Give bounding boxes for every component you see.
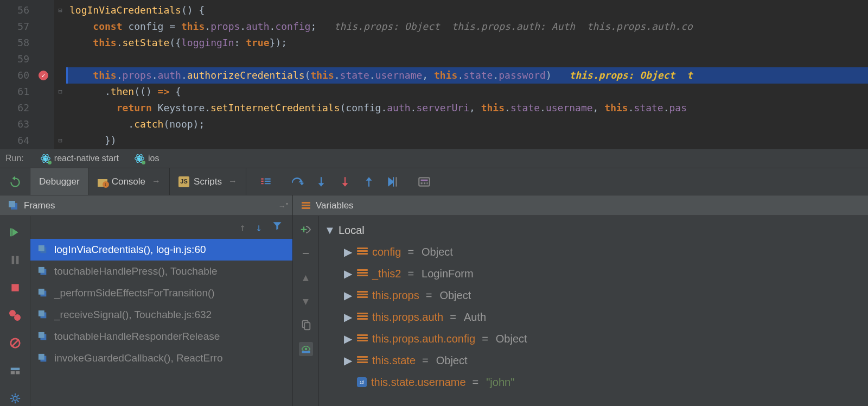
scope-label: Local — [339, 223, 365, 238]
frame-next-button[interactable]: ↓ — [256, 220, 262, 235]
layout-settings-button[interactable] — [8, 364, 23, 378]
step-over-button[interactable] — [285, 171, 309, 193]
svg-rect-20 — [10, 368, 20, 371]
resume-button[interactable] — [8, 225, 23, 239]
variable-row[interactable]: ▶this.props.auth = Auth — [343, 306, 868, 328]
fold-gutter[interactable]: ⊟⊟⊟ — [54, 0, 66, 149]
svg-rect-22 — [15, 371, 19, 375]
run-config-bar: Run: react-native start ios — [0, 149, 868, 168]
console-tab[interactable]: ↓ Console → — [89, 168, 170, 195]
tab-label: Debugger — [39, 175, 80, 188]
frames-title: Frames — [24, 199, 55, 212]
variables-title: Variables — [316, 199, 354, 212]
show-watches-button[interactable] — [299, 342, 313, 356]
frame-row[interactable]: logInViaCredentials(), log-in.js:60 — [30, 239, 292, 261]
variables-panel[interactable]: ▼ Local ▶config = Object▶_this2 = LoginF… — [319, 216, 868, 406]
frames-toolbar: ↑ ↓ — [30, 216, 292, 239]
run-to-cursor-button[interactable] — [381, 171, 405, 193]
watch-down-button[interactable]: ▼ — [299, 294, 313, 308]
breakpoint-gutter[interactable]: ✓ — [33, 0, 54, 149]
remove-watch-button[interactable]: − — [299, 246, 313, 261]
variable-row[interactable]: this.state.username = "john" — [343, 371, 868, 393]
variable-row[interactable]: ▶this.props.auth.config = Object — [343, 328, 868, 350]
react-icon — [134, 153, 145, 164]
svg-rect-7 — [419, 177, 430, 186]
react-icon — [40, 153, 51, 164]
svg-line-19 — [11, 340, 18, 347]
svg-point-16 — [9, 310, 16, 316]
variable-row[interactable]: ▶this.props = Object — [343, 284, 868, 306]
run-tab-react-native-start[interactable]: react-native start — [33, 149, 126, 168]
svg-rect-6 — [395, 177, 397, 186]
pause-button[interactable] — [8, 252, 23, 267]
debug-panels-header: Frames →▪ Variables — [0, 195, 868, 216]
js-icon: JS — [178, 176, 189, 187]
svg-point-17 — [14, 314, 21, 321]
step-into-button[interactable] — [309, 171, 333, 193]
run-tab-label: ios — [148, 153, 159, 164]
step-out-button[interactable] — [357, 171, 381, 193]
settings-button[interactable] — [8, 391, 23, 406]
mute-breakpoints-button[interactable] — [8, 336, 23, 351]
copy-watch-button[interactable] — [299, 318, 313, 332]
svg-text:+: + — [301, 223, 307, 236]
svg-rect-14 — [16, 256, 18, 264]
frame-row[interactable]: touchableHandleResponderRelease — [30, 326, 292, 347]
svg-line-28 — [11, 395, 13, 397]
line-number-gutter: 565758596061626364 — [0, 0, 33, 149]
frame-row[interactable]: _performSideEffectsForTransition() — [30, 282, 292, 304]
svg-point-23 — [13, 397, 17, 401]
svg-line-31 — [17, 395, 18, 397]
show-execution-point-button[interactable] — [254, 171, 278, 193]
svg-rect-21 — [10, 371, 14, 375]
frame-filter-button[interactable] — [272, 220, 283, 234]
scripts-tab[interactable]: JS Scripts → — [170, 168, 246, 195]
console-icon: ↓ — [98, 177, 107, 187]
debugger-tab[interactable]: Debugger — [30, 168, 89, 195]
svg-rect-34 — [304, 322, 310, 329]
svg-rect-9 — [421, 182, 423, 184]
variables-scope[interactable]: ▼ Local — [324, 219, 868, 241]
expand-icon[interactable]: ▼ — [324, 223, 334, 238]
run-tab-label: react-native start — [54, 153, 119, 164]
frame-row[interactable]: invokeGuardedCallback(), ReactErro — [30, 347, 292, 369]
variable-row[interactable]: ▶this.state = Object — [343, 350, 868, 371]
rerun-button[interactable] — [0, 168, 30, 195]
watch-up-button[interactable]: ▲ — [299, 270, 313, 284]
evaluate-expression-button[interactable] — [412, 171, 436, 193]
svg-rect-8 — [421, 179, 428, 181]
svg-point-3 — [135, 157, 144, 161]
new-watch-button[interactable]: + — [299, 223, 313, 237]
frames-list[interactable]: logInViaCredentials(), log-in.js:60touch… — [30, 239, 292, 406]
variable-row[interactable]: ▶config = Object — [343, 241, 868, 263]
svg-rect-13 — [11, 256, 14, 264]
svg-rect-36 — [302, 351, 310, 353]
run-tab-ios[interactable]: ios — [126, 149, 167, 168]
pin-icon[interactable]: →▪ — [278, 199, 288, 212]
svg-line-29 — [17, 401, 18, 402]
tab-label: Console — [112, 175, 145, 188]
frames-icon — [9, 201, 18, 211]
svg-line-30 — [11, 401, 13, 402]
svg-rect-10 — [424, 182, 425, 184]
code-area[interactable]: logInViaCredentials() { const config = t… — [66, 0, 868, 149]
stop-button[interactable] — [8, 280, 23, 295]
frames-panel: ↑ ↓ logInViaCredentials(), log-in.js:60t… — [30, 216, 293, 406]
variable-row[interactable]: ▶_this2 = LoginForm — [343, 263, 868, 284]
svg-rect-12 — [10, 228, 11, 236]
debug-session-controls — [0, 216, 30, 406]
svg-rect-15 — [11, 284, 18, 291]
debugger-toolbar: Debugger ↓ Console → JS Scripts → — [0, 168, 868, 195]
svg-point-0 — [41, 157, 50, 161]
svg-rect-11 — [426, 182, 427, 184]
code-editor[interactable]: 565758596061626364 ✓ ⊟⊟⊟ logInViaCredent… — [0, 0, 868, 149]
frame-row[interactable]: touchableHandlePress(), Touchable — [30, 261, 292, 282]
run-label: Run: — [5, 153, 24, 164]
frame-row[interactable]: _receiveSignal(), Touchable.js:632 — [30, 304, 292, 326]
view-breakpoints-button[interactable] — [8, 308, 23, 322]
force-step-into-button[interactable] — [333, 171, 357, 193]
frame-prev-button[interactable]: ↑ — [239, 220, 246, 235]
svg-point-35 — [304, 348, 307, 351]
tab-label: Scripts — [194, 175, 222, 188]
variables-toolbar: + − ▲ ▼ — [293, 216, 319, 406]
